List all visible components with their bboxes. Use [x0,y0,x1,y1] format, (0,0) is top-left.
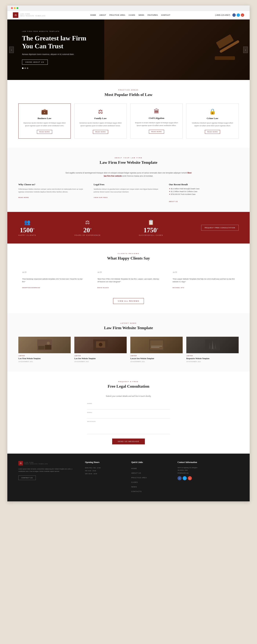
stat-cases: 📋 1750+ SUCCESSFULL CASES [139,219,163,236]
family-law-desc: Senisimos iaculis interdum sapien id tri… [78,122,123,127]
svg-point-1 [47,342,50,344]
news-image-4 [186,337,239,353]
nav-contact[interactable]: CONTACT [161,14,170,16]
news-image-2 [74,337,127,353]
crime-law-readmore[interactable]: READ MORE [205,130,220,134]
hero-arrow-left[interactable]: ‹ [9,46,14,53]
news-image-1 [18,337,71,353]
nav-cases[interactable]: CASES [129,14,135,16]
news-category-4: LAWYER [186,355,239,356]
news-category-2: LAWYER [74,355,127,356]
testimonial-text-1: "Free bootstrap responsive website templ… [22,278,84,284]
footer-link-contacts[interactable]: CONTACTS [131,490,142,492]
hero-dot-3[interactable] [27,68,28,69]
facebook-icon[interactable]: f [233,14,236,17]
twitter-icon[interactable]: t [237,14,240,17]
name-field: NAME [87,403,170,410]
news-card-2: LAWYER Law free Website Template 20 NOVE… [74,337,127,362]
footer-hours-list: MON-THU: 7:00 - 17:00 FRI: 6:00 - 15:00 … [85,466,126,475]
message-input[interactable] [87,423,170,434]
testimonial-text-2: "Best Free HTML CSS Website Templates fo… [97,278,160,284]
footer-link-practice[interactable]: PRACTICE AREA [131,477,147,478]
legal-fees-heading: Legal Fees [94,183,163,186]
nav-home[interactable]: HOME [90,14,96,16]
experience-number: 20+ [74,227,101,234]
nav-about[interactable]: ABOUT [99,14,106,16]
testimonial-grid: ❝❞ "Free bootstrap responsive website te… [18,267,239,292]
svg-rect-10 [151,347,159,348]
dot-green [16,7,18,9]
message-label: MESSAGE [87,421,170,422]
send-message-button[interactable]: SEND US MESSAGE [112,438,145,444]
header-right: (+800-123-4567) f t g [215,14,244,17]
practice-card-civil: 🏛 Civil Litigation Erepune in ornare int… [130,104,183,138]
news-title-3[interactable]: Lawyer free Website Template [130,357,183,360]
nav-features[interactable]: FEATURES [148,14,158,16]
quote-mark-3: ❝❞ [173,271,235,276]
testimonial-author-3: MICHAEL ATS [173,287,184,288]
hero-dot-2[interactable] [24,68,26,69]
svg-rect-2 [38,346,45,350]
crime-law-desc: Vestibulus interdum ipsum egestas tristi… [190,122,235,127]
crime-law-icon: 🔒 [190,108,235,115]
footer-address: 4570 Us highway 29, Arlington VA 22201, … [178,466,239,474]
hero-dot-1[interactable] [22,68,23,69]
browser-chrome [7,6,250,11]
footer-facebook-icon[interactable]: f [178,476,182,480]
email-input[interactable] [87,414,170,418]
quick-links-list: HOME ABOUT US PRACTICE AREA CASES NEWS C… [131,466,172,493]
header: ⚖ LAW FIRM FREE WEBSITE TEMPLATE HOME AB… [7,11,250,20]
footer-link-cases[interactable]: CASES [131,481,138,483]
googleplus-icon[interactable]: g [241,14,244,17]
news-section: LATEST NEWS Law Firm Website Template LA… [7,313,250,372]
legal-fees-text: Vestibulum dictum iis gravida lorem volu… [94,188,163,193]
footer-twitter-icon[interactable]: t [183,476,187,480]
footer-link-home[interactable]: HOME [131,468,137,470]
stat-experience: ⚖ 20+ YEARS OF EXPERIENCE [74,219,101,236]
testimonials-title: What Happy Clients Say [18,256,239,260]
consult-label: REQUEST A FREE [18,381,239,382]
news-title-4[interactable]: Responsive Website Template [186,357,239,360]
consultation-button[interactable]: REQUEST FREE CONSULTATION [201,225,239,231]
results-link[interactable]: ABOUT US [169,201,178,202]
quick-links-heading: Quick Links [131,461,172,464]
hero-cta-button[interactable]: KNOW ABOUT US [22,60,48,65]
news-card-4: LAWYER Responsive Website Template 20 NO… [186,337,239,362]
news-title-1[interactable]: Law Firm Website Template [18,357,71,360]
cases-label: SUCCESSFULL CASES [139,234,163,236]
footer-link-news[interactable]: NEWS [131,486,137,488]
cases-number: 1750+ [139,227,163,234]
hours-2: FRI: 6:00 - 15:00 [85,470,126,472]
hero-dots [22,68,86,69]
footer: ⚖ LAW FIRM FREE WEBSITE TEMPLATE Lorem i… [7,454,250,502]
nav-practice[interactable]: PRACTICE AREA [109,14,125,16]
hero-arrow-right[interactable]: › [243,46,248,53]
footer-contact-button[interactable]: CONTACT US [18,476,36,480]
news-card-1: LAWYER Law Firm Website Template 20 NOVE… [18,337,71,362]
view-all-reviews-button[interactable]: VIEW ALL REVIEWS [113,298,144,304]
news-label: LATEST NEWS [18,322,239,324]
nav-news[interactable]: NEWS [139,14,144,16]
footer-googleplus-icon[interactable]: g [188,476,192,480]
about-title: Law Firm Free Website Template [18,160,239,165]
business-law-readmore[interactable]: READ MORE [37,130,52,134]
consultation-section: REQUEST A FREE Free Legal Consultation S… [7,372,250,454]
why-choose-text: Pellentesque lobidus interdum semper var… [18,188,88,193]
name-input[interactable] [87,405,170,410]
news-date-3: 20 NOVEMBER, 2021 [130,361,183,362]
footer-link-about[interactable]: ABOUT US [131,472,141,474]
civil-law-desc: Erepune in ornare interdum sapien id tri… [134,122,179,127]
testimonial-2: ❝❞ "Best Free HTML CSS Website Templates… [94,267,163,292]
footer-about: ⚖ LAW FIRM FREE WEBSITE TEMPLATE Lorem i… [18,461,79,494]
business-law-desc: Maecenas iaculis interdum sapien id tris… [22,122,67,127]
gavel-base [215,56,235,60]
family-law-readmore[interactable]: READ MORE [93,130,108,134]
why-choose-link[interactable]: READ MORE [18,197,29,198]
legal-fees-link[interactable]: VIEW OUR FEES [94,197,108,198]
email-label: EMAIL [87,412,170,413]
consultation-form: NAME EMAIL MESSAGE SEND US MESSAGE [87,403,170,444]
about-columns: Why Choose us? Pellentesque lobidus inte… [18,183,239,203]
hero-subtitle: Aenean dignissim lorem maximus, aliquam … [22,53,86,56]
news-title-2[interactable]: Law free Website Template [74,357,127,360]
civil-law-readmore[interactable]: READ MORE [149,130,164,134]
